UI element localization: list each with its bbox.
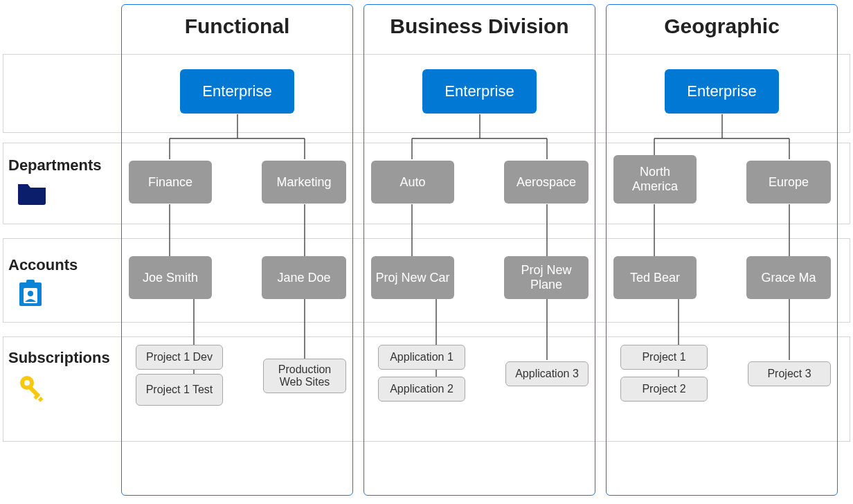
- dept-node: Finance: [129, 161, 212, 204]
- key-icon: [17, 372, 47, 406]
- dept-node: Marketing: [262, 161, 346, 204]
- svg-rect-8: [38, 397, 44, 402]
- account-node: Ted Bear: [613, 256, 697, 299]
- svg-point-3: [28, 291, 33, 296]
- svg-point-5: [24, 380, 30, 386]
- account-node: Proj New Car: [371, 256, 454, 299]
- account-node: Proj New Plane: [504, 256, 589, 299]
- account-node: Grace Ma: [746, 256, 831, 299]
- dept-node: Aerospace: [504, 161, 589, 204]
- subscription-node: Project 2: [620, 377, 708, 402]
- diagram-stage: Departments Accounts Subscriptions Funct…: [0, 0, 853, 504]
- row-label-accounts: Accounts: [8, 256, 112, 274]
- subscription-node: Application 1: [378, 345, 465, 370]
- row-label-subscriptions: Subscriptions: [8, 349, 112, 367]
- subscription-node: Project 1 Test: [136, 374, 223, 406]
- enterprise-node: Enterprise: [665, 69, 779, 114]
- dept-node: Europe: [746, 161, 831, 204]
- account-node: Jane Doe: [262, 256, 346, 299]
- column-title-business-division: Business Division: [364, 15, 595, 38]
- dept-node: Auto: [371, 161, 454, 204]
- column-title-geographic: Geographic: [607, 15, 837, 38]
- dept-node: North America: [613, 155, 697, 204]
- account-node: Joe Smith: [129, 256, 212, 299]
- column-title-functional: Functional: [122, 15, 352, 38]
- svg-rect-1: [26, 280, 35, 285]
- subscription-node: Application 2: [378, 377, 465, 402]
- subscription-node: Project 3: [748, 361, 831, 386]
- folder-icon: [17, 180, 47, 208]
- enterprise-node: Enterprise: [180, 69, 294, 114]
- enterprise-node: Enterprise: [422, 69, 537, 114]
- badge-icon: [17, 278, 44, 312]
- subscription-node: Project 1: [620, 345, 708, 370]
- subscription-node: Application 3: [505, 361, 589, 386]
- subscription-node: Production Web Sites: [263, 359, 346, 393]
- row-label-departments: Departments: [8, 156, 112, 174]
- subscription-node: Project 1 Dev: [136, 345, 223, 370]
